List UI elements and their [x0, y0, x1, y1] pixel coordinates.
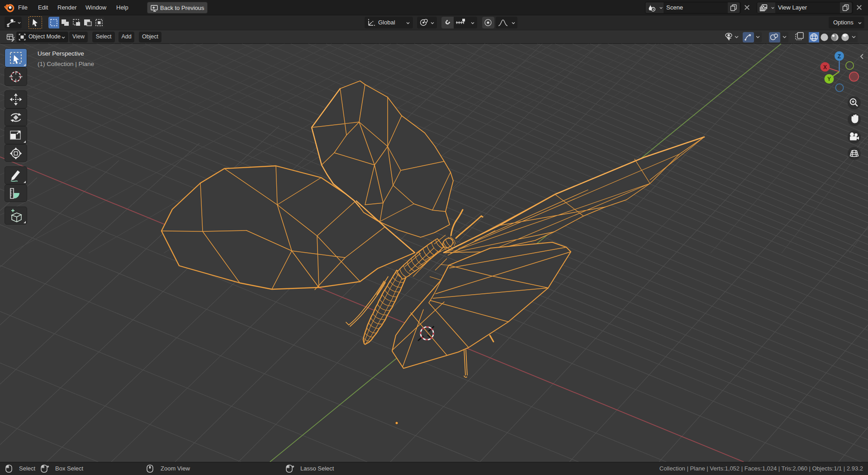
svg-text:Y: Y	[827, 76, 831, 82]
svg-text:(1) Collection | Plane: (1) Collection | Plane	[38, 61, 94, 67]
svg-text:User Perspective: User Perspective	[38, 50, 84, 57]
svg-text:X: X	[823, 64, 827, 71]
svg-text:Z: Z	[838, 53, 841, 60]
